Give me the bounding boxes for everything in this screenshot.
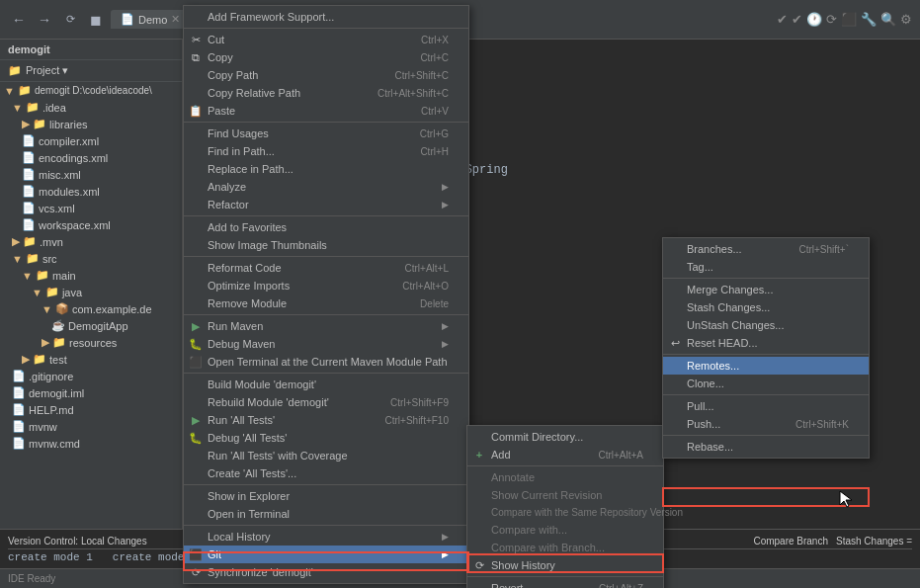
menu-add-framework[interactable]: Add Framework Support... [184, 8, 468, 26]
menu-cut[interactable]: ✂ Cut Ctrl+X [184, 31, 468, 48]
project-header[interactable]: 📁 Project ▾ [0, 60, 182, 82]
menu-copy-path[interactable]: Copy Path Ctrl+Shift+C [184, 66, 468, 84]
menu-analyze[interactable]: Analyze ▶ [184, 178, 468, 196]
toolbar-icon-8[interactable]: ⚙ [900, 12, 912, 27]
tree-item-mvn[interactable]: ▶ 📁 .mvn [0, 233, 182, 250]
menu-label: Git [208, 548, 221, 560]
tree-item-workspace[interactable]: 📄 workspace.xml [0, 216, 182, 233]
menu-open-terminal[interactable]: Open in Terminal [184, 505, 468, 523]
git-show-revision[interactable]: Show Current Revision [467, 486, 663, 504]
tree-item-main[interactable]: ▼ 📁 main [0, 267, 182, 284]
menu-create-tests[interactable]: Create 'All Tests'... [184, 464, 468, 482]
git-show-history[interactable]: ⟳ Show History [467, 556, 663, 574]
menu-copy[interactable]: ⧉ Copy Ctrl+C [184, 48, 468, 66]
sidebar-header[interactable]: demogit [0, 40, 182, 60]
repo-push[interactable]: Push... Ctrl+Shift+K [663, 415, 869, 433]
refresh-button[interactable]: ⟳ [59, 9, 81, 31]
menu-optimize-imports[interactable]: Optimize Imports Ctrl+Alt+O [184, 277, 468, 294]
git-compare-same[interactable]: Compare with the Same Repository Version [467, 504, 663, 521]
menu-run-maven[interactable]: ▶ Run Maven ▶ [184, 317, 468, 335]
menu-local-history[interactable]: Local History ▶ [184, 528, 468, 546]
tree-item-java[interactable]: ▼ 📁 java [0, 284, 182, 300]
forward-button[interactable]: → [34, 9, 55, 31]
tree-item-idea[interactable]: ▼ 📁 .idea [0, 99, 182, 116]
close-icon[interactable]: ✕ [171, 13, 180, 26]
run-tests-icon: ▶ [188, 414, 204, 427]
compare-branch-label[interactable]: Compare Branch [753, 536, 828, 546]
menu-paste[interactable]: 📋 Paste Ctrl+V [184, 102, 468, 120]
tree-item-mvnw[interactable]: 📄 mvnw [0, 418, 182, 435]
menu-synchronize[interactable]: ⟳ Synchronize 'demogit' [184, 563, 468, 581]
menu-show-explorer[interactable]: Show in Explorer [184, 487, 468, 505]
tree-item-test[interactable]: ▶ 📁 test [0, 351, 182, 368]
menu-label: Copy [208, 51, 233, 63]
menu-label: Reformat Code [208, 262, 282, 274]
tree-item-com[interactable]: ▼ 📦 com.example.de [0, 300, 182, 317]
repo-tag[interactable]: Tag... [663, 258, 869, 276]
menu-refactor[interactable]: Refactor ▶ [184, 196, 468, 213]
tree-item-resources[interactable]: ▶ 📁 resources [0, 334, 182, 351]
menu-build-module[interactable]: Build Module 'demogit' [184, 376, 468, 393]
repo-stash[interactable]: Stash Changes... [663, 298, 869, 316]
menu-show-thumbnails[interactable]: Show Image Thumbnails [184, 236, 468, 254]
tree-item-encodings[interactable]: 📄 encodings.xml [0, 149, 182, 166]
tree-item-vcs[interactable]: 📄 vcs.xml [0, 200, 182, 216]
menu-copy-relative-path[interactable]: Copy Relative Path Ctrl+Alt+Shift+C [184, 84, 468, 102]
tree-item-src[interactable]: ▼ 📁 src [0, 250, 182, 267]
tree-item-misc[interactable]: 📄 misc.xml [0, 166, 182, 183]
toolbar-icon-3[interactable]: 🕐 [806, 12, 822, 27]
menu-replace-path[interactable]: Replace in Path... [184, 160, 468, 178]
git-compare-with[interactable]: Compare with... [467, 521, 663, 539]
menu-git[interactable]: ⬛ Git ▶ [184, 546, 468, 563]
toolbar-icon-6[interactable]: 🔧 [861, 12, 877, 27]
menu-find-usages[interactable]: Find Usages Ctrl+G [184, 125, 468, 142]
menu-open-terminal-maven[interactable]: ⬛ Open Terminal at the Current Maven Mod… [184, 353, 468, 371]
git-revert[interactable]: Revert... Ctrl+Alt+Z [467, 579, 663, 588]
toolbar-icon-7[interactable]: 🔍 [880, 12, 896, 27]
repo-merge[interactable]: Merge Changes... [663, 281, 869, 298]
tree-item-libraries[interactable]: ▶ 📁 libraries [0, 116, 182, 132]
menu-label: Add to Favorites [208, 221, 287, 233]
git-add[interactable]: + Add Ctrl+Alt+A [467, 446, 663, 463]
git-compare-branch[interactable]: Compare with Branch... [467, 539, 663, 556]
tree-item-compiler[interactable]: 📄 compiler.xml [0, 132, 182, 149]
repo-remotes[interactable]: Remotes... [663, 357, 869, 375]
folder-icon: ▼ [12, 102, 23, 114]
separator [663, 394, 869, 395]
tree-item-modules[interactable]: 📄 modules.xml [0, 183, 182, 200]
git-commit-dir[interactable]: Commit Directory... [467, 428, 663, 446]
menu-run-with-coverage[interactable]: Run 'All Tests' with Coverage [184, 447, 468, 464]
stash-changes-label[interactable]: Stash Changes = [836, 536, 912, 546]
tree-item-iml[interactable]: 📄 demogit.iml [0, 384, 182, 401]
repo-branches[interactable]: Branches... Ctrl+Shift+` [663, 240, 869, 258]
file-tab[interactable]: 📄 Demo ✕ [111, 10, 190, 29]
tree-item-help[interactable]: 📄 HELP.md [0, 401, 182, 418]
repo-rebase[interactable]: Rebase... [663, 438, 869, 456]
stop-button[interactable]: ◼ [85, 9, 107, 31]
tree-item-demogitapp[interactable]: ☕ DemogitApp [0, 317, 182, 334]
menu-remove-module[interactable]: Remove Module Delete [184, 294, 468, 312]
git-annotate[interactable]: Annotate [467, 468, 663, 486]
arrow-icon: ▶ [442, 200, 449, 210]
tree-item-demogit[interactable]: ▼ 📁 demogit D:\code\ideacode\ [0, 82, 182, 99]
repo-pull[interactable]: Pull... [663, 397, 869, 415]
menu-find-path[interactable]: Find in Path... Ctrl+H [184, 142, 468, 160]
back-button[interactable]: ← [8, 9, 30, 31]
repo-unstash[interactable]: UnStash Changes... [663, 316, 869, 334]
menu-run-tests[interactable]: ▶ Run 'All Tests' Ctrl+Shift+F10 [184, 411, 468, 429]
menu-add-favorites[interactable]: Add to Favorites [184, 218, 468, 236]
toolbar-icon-5[interactable]: ⬛ [841, 12, 857, 27]
repo-reset-head[interactable]: ↩ Reset HEAD... [663, 334, 869, 352]
menu-debug-tests[interactable]: 🐛 Debug 'All Tests' [184, 429, 468, 447]
menu-debug-maven[interactable]: 🐛 Debug Maven ▶ [184, 335, 468, 353]
toolbar-icon-1[interactable]: ✔ [777, 12, 788, 27]
repo-clone[interactable]: Clone... [663, 375, 869, 392]
menu-label: Show Current Revision [491, 489, 603, 501]
tree-item-mvnwcmd[interactable]: 📄 mvnw.cmd [0, 435, 182, 452]
menu-reformat[interactable]: Reformat Code Ctrl+Alt+L [184, 259, 468, 277]
tree-item-gitignore[interactable]: 📄 .gitignore [0, 368, 182, 384]
version-control-label[interactable]: Version Control: Local Changes [8, 536, 147, 546]
toolbar-icon-2[interactable]: ✔ [792, 12, 802, 27]
toolbar-icon-4[interactable]: ⟳ [826, 12, 837, 27]
menu-rebuild-module[interactable]: Rebuild Module 'demogit' Ctrl+Shift+F9 [184, 393, 468, 411]
